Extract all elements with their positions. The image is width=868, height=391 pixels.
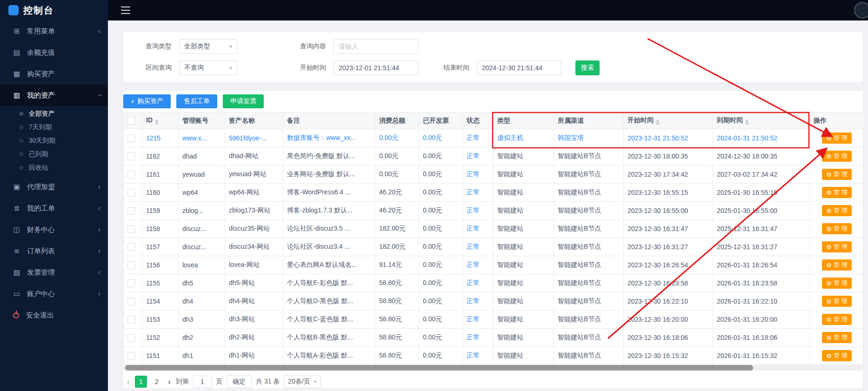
end-time-input[interactable]	[477, 60, 561, 75]
sidebar-item-account-center[interactable]: ▭账户中心‹	[0, 283, 108, 305]
col-start-time[interactable]: 开始时间	[624, 113, 713, 129]
row-checkbox[interactable]	[127, 352, 135, 360]
manage-button[interactable]: ⚙管 理	[822, 278, 851, 289]
row-checkbox[interactable]	[127, 298, 135, 305]
row-checkbox[interactable]	[127, 207, 135, 215]
sidebar-item-finance-center[interactable]: ◫财务中心‹	[0, 219, 108, 240]
scrollbar-thumb[interactable]	[125, 365, 753, 371]
manage-button[interactable]: ⚙管 理	[822, 332, 851, 343]
ticket-icon: ≣	[12, 204, 21, 212]
table-row: 1153dh3dh3-网站个人导航C-蓝色版 默...58.80元0.00元正常…	[124, 311, 864, 329]
sidebar-item-logout[interactable]: 安全退出	[0, 305, 108, 326]
cell-id: 1162	[142, 147, 179, 166]
caret-down-icon: ▾	[314, 378, 317, 385]
buy-asset-button[interactable]: + 购买资产	[123, 94, 171, 108]
manage-button[interactable]: ⚙管 理	[822, 259, 851, 271]
cell-total: 46.20元	[375, 202, 419, 220]
query-content-input[interactable]	[334, 39, 418, 54]
cell-invoiced: 0.00元	[419, 256, 463, 274]
sidebar-item-my-assets[interactable]: ▥我的资产‹	[0, 85, 108, 106]
sort-icon[interactable]	[155, 119, 159, 125]
row-checkbox[interactable]	[127, 243, 135, 251]
cell-id: 1151	[142, 347, 179, 365]
col-id[interactable]: ID	[142, 113, 179, 129]
manage-button[interactable]: ⚙管 理	[822, 296, 851, 307]
row-checkbox[interactable]	[127, 189, 135, 197]
sidebar-item-label: 订单列表	[27, 247, 98, 256]
sidebar-item-invoice-management[interactable]: ▧发票管理‹	[0, 262, 108, 283]
start-time-input[interactable]	[334, 60, 418, 75]
sidebar-item-my-tickets[interactable]: ≣我的工单‹	[0, 198, 108, 219]
sidebar-item-agent-join[interactable]: ▣代理加盟‹	[0, 176, 108, 198]
sidebar-item-recycle-bin[interactable]: ☆回收站	[0, 161, 108, 174]
table-row: 1156lovealovea-网站爱心表白网A 默认域名...91.14元0.0…	[124, 256, 864, 274]
sidebar-item-all-assets[interactable]: ☆全部资产	[0, 107, 108, 120]
row-checkbox[interactable]	[127, 334, 135, 342]
horizontal-scrollbar[interactable]	[123, 365, 864, 371]
row-checkbox[interactable]	[127, 261, 135, 269]
cell-invoiced: 0.00元	[419, 129, 463, 147]
confirm-button[interactable]: 确定	[227, 375, 252, 388]
aftersale-ticket-button[interactable]: 售后工单	[176, 94, 217, 108]
sidebar-item-expire-7d[interactable]: ☆7天到期	[0, 120, 108, 134]
cell-start-time: 2023-12-30 16:26:54	[624, 256, 713, 274]
manage-button[interactable]: ⚙管 理	[822, 241, 851, 252]
apply-invoice-button[interactable]: 申请发票	[223, 94, 264, 108]
row-checkbox[interactable]	[127, 316, 135, 324]
next-page-button[interactable]: ›	[167, 377, 172, 387]
cell-type: 智能建站	[494, 274, 554, 292]
manage-button[interactable]: ⚙管 理	[822, 187, 851, 198]
sidebar-toggle-icon[interactable]	[121, 7, 130, 14]
search-button[interactable]: 搜索	[575, 60, 600, 75]
col-expire-time[interactable]: 到期时间	[713, 113, 810, 129]
page-button-2[interactable]: 2	[151, 376, 163, 388]
manage-button[interactable]: ⚙管 理	[822, 169, 851, 180]
cell-start-time: 2023-12-30 16:23:58	[624, 274, 713, 292]
col-label: 消费总额	[379, 117, 405, 124]
cell-account: wp64	[179, 184, 225, 202]
goto-page-input[interactable]	[193, 376, 212, 388]
manage-button[interactable]: ⚙管 理	[822, 133, 851, 144]
cell-type: 智能建站	[494, 147, 554, 166]
row-checkbox[interactable]	[127, 171, 135, 179]
cell-expire-time: 2024-01-31 21:50:52	[713, 129, 810, 147]
page-size-select[interactable]: 20条/页 ▾	[284, 375, 321, 388]
prev-page-button[interactable]: ‹	[126, 377, 131, 387]
sidebar-item-order-list[interactable]: ≡订单列表‹	[0, 240, 108, 262]
sidebar-item-common-menu[interactable]: ⊞常用菜单‹	[0, 20, 108, 42]
sort-icon[interactable]	[656, 119, 660, 125]
cell-account: dh4	[179, 292, 225, 311]
manage-button[interactable]: ⚙管 理	[822, 151, 851, 162]
star-icon: ☆	[19, 110, 24, 117]
cell-name: dh5-网站	[225, 274, 283, 292]
manage-label: 管 理	[834, 297, 848, 305]
row-checkbox[interactable]	[127, 225, 135, 233]
row-checkbox[interactable]	[127, 134, 135, 142]
manage-label: 管 理	[834, 206, 848, 215]
sidebar-item-expire-30d[interactable]: ☆30天到期	[0, 134, 108, 147]
cell-operation: ⚙管 理	[810, 347, 864, 365]
user-avatar[interactable]	[854, 2, 868, 19]
col-select[interactable]	[124, 113, 142, 129]
manage-button[interactable]: ⚙管 理	[822, 350, 851, 361]
cell-type: 智能建站	[494, 166, 554, 184]
gear-icon: ⚙	[826, 280, 832, 287]
row-checkbox[interactable]	[127, 152, 135, 160]
sidebar-item-buy-assets[interactable]: ▦购买资产	[0, 63, 108, 85]
cell-invoiced: 0.00元	[419, 220, 463, 238]
query-type-select[interactable]: 全部类型 ▾	[179, 39, 237, 54]
range-query-select[interactable]: 不查询 ▾	[179, 60, 237, 75]
sidebar-item-balance-recharge[interactable]: ▤余额充值	[0, 42, 108, 63]
sidebar-item-label: 常用菜单	[27, 27, 98, 36]
cell-operation: ⚙管 理	[810, 329, 864, 347]
chevron-left-icon: ‹	[98, 269, 100, 276]
header-checkbox[interactable]	[127, 117, 135, 125]
manage-button[interactable]: ⚙管 理	[822, 314, 851, 325]
manage-button[interactable]: ⚙管 理	[822, 223, 851, 234]
cell-status: 正常	[463, 347, 494, 365]
manage-button[interactable]: ⚙管 理	[822, 205, 851, 216]
sidebar-item-expired[interactable]: ☆已到期	[0, 147, 108, 161]
page-button-1[interactable]: 1	[135, 376, 147, 388]
sort-icon[interactable]	[745, 119, 749, 125]
row-checkbox[interactable]	[127, 279, 135, 287]
